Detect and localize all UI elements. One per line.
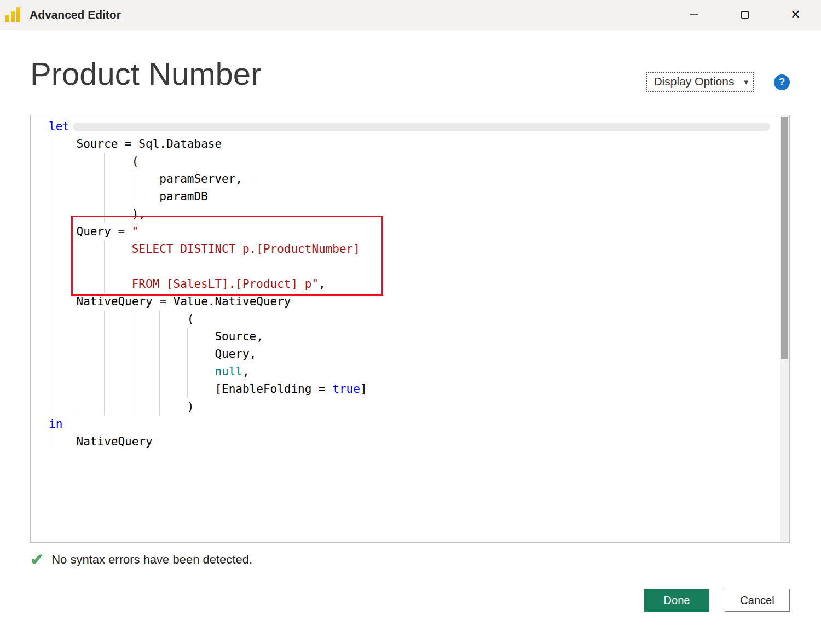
done-button[interactable]: Done xyxy=(644,589,709,612)
code-token: null xyxy=(215,363,242,380)
indent-guide xyxy=(77,170,105,188)
cancel-button[interactable]: Cancel xyxy=(725,589,790,612)
code-token: ] xyxy=(360,380,367,398)
indent-guide xyxy=(132,188,160,205)
indent-guide xyxy=(77,328,105,345)
indent-guide xyxy=(49,433,77,450)
code-token: ), xyxy=(132,205,146,223)
code-token: paramDB xyxy=(159,188,208,205)
indent-guide xyxy=(77,275,105,293)
logo-bar xyxy=(5,15,9,22)
indent-guide xyxy=(77,153,105,170)
code-line: [EnableFolding = true] xyxy=(49,380,774,398)
minimize-button[interactable] xyxy=(668,0,719,30)
chevron-down-icon: ▾ xyxy=(744,78,748,86)
code-line: NativeQuery xyxy=(49,433,774,450)
indent-guide xyxy=(159,345,187,363)
indent-guide xyxy=(77,398,105,415)
maximize-button[interactable] xyxy=(719,0,770,30)
minimize-icon xyxy=(690,14,698,15)
code-line: ), xyxy=(49,205,774,223)
code-token: true xyxy=(332,380,360,398)
indent-guide xyxy=(77,363,105,380)
indent-guide xyxy=(104,188,132,205)
close-button[interactable]: ✕ xyxy=(770,0,821,30)
indent-guide xyxy=(77,258,105,275)
indent-guide xyxy=(77,380,105,398)
indent-guide xyxy=(49,363,77,380)
indent-guide xyxy=(159,398,187,415)
code-line: Source = Sql.Database xyxy=(49,135,774,153)
indent-guide xyxy=(104,205,132,223)
code-line: in xyxy=(49,415,774,433)
code-line: ( xyxy=(49,310,774,328)
code-token: let xyxy=(49,118,70,135)
indent-guide xyxy=(104,153,132,170)
code-token: , xyxy=(319,275,326,293)
indent-guide xyxy=(49,398,77,415)
indent-guide xyxy=(132,170,160,188)
help-button[interactable]: ? xyxy=(774,74,790,90)
code-token: Query = xyxy=(77,223,132,240)
indent-guide xyxy=(187,345,215,363)
indent-guide xyxy=(49,135,77,153)
code-line: let xyxy=(49,118,774,135)
code-token: paramServer, xyxy=(159,170,242,188)
indent-guide xyxy=(132,380,160,398)
close-icon: ✕ xyxy=(790,9,800,21)
advanced-editor-dialog: Advanced Editor ✕ Product Number Display… xyxy=(0,0,821,612)
logo-bar xyxy=(11,11,15,22)
code-line: Query, xyxy=(49,345,774,363)
code-token: [EnableFolding = xyxy=(215,380,332,398)
indent-guide xyxy=(49,188,77,205)
code-line: paramDB xyxy=(49,188,774,205)
code-lines[interactable]: letSource = Sql.Database(paramServer,par… xyxy=(31,115,780,542)
indent-guide xyxy=(159,363,187,380)
indent-guide xyxy=(132,345,160,363)
indent-guide xyxy=(49,170,77,188)
indent-guide xyxy=(49,310,77,328)
code-token: NativeQuery = Value.NativeQuery xyxy=(77,293,291,310)
code-line: null, xyxy=(49,363,774,380)
indent-guide xyxy=(159,380,187,398)
header-actions: Display Options ▾ ? xyxy=(646,72,790,92)
indent-guide xyxy=(104,380,132,398)
indent-guide xyxy=(77,310,105,328)
code-line: Query = " xyxy=(49,223,774,240)
header-row: Product Number Display Options ▾ ? xyxy=(30,54,790,94)
indent-guide xyxy=(49,223,77,240)
indent-guide xyxy=(187,328,215,345)
indent-guide xyxy=(104,310,132,328)
display-options-label: Display Options xyxy=(654,75,734,88)
indent-guide xyxy=(159,328,187,345)
code-token: FROM [SalesLT].[Product] p" xyxy=(132,275,319,293)
indent-guide xyxy=(49,240,77,258)
code-editor[interactable]: letSource = Sql.Database(paramServer,par… xyxy=(30,115,790,543)
code-line xyxy=(49,258,774,275)
code-token: Source = Sql.Database xyxy=(77,135,222,153)
code-token: SELECT DISTINCT p.[ProductNumber] xyxy=(132,240,360,258)
window-controls: ✕ xyxy=(668,0,821,30)
indent-guide xyxy=(49,293,77,310)
indent-guide xyxy=(104,398,132,415)
indent-guide xyxy=(77,205,105,223)
display-options-dropdown[interactable]: Display Options ▾ xyxy=(646,72,754,92)
indent-guide xyxy=(49,380,77,398)
code-token: in xyxy=(49,415,62,433)
indent-guide xyxy=(159,310,187,328)
indent-guide xyxy=(49,205,77,223)
indent-guide xyxy=(104,170,132,188)
indent-guide xyxy=(132,363,160,380)
indent-guide xyxy=(77,240,105,258)
code-line: ( xyxy=(49,153,774,170)
logo-bar xyxy=(16,7,20,22)
indent-guide xyxy=(49,345,77,363)
indent-guide xyxy=(77,345,105,363)
indent-guide xyxy=(104,240,132,258)
vertical-scrollbar[interactable] xyxy=(780,115,789,542)
indent-guide xyxy=(49,153,77,170)
code-token: " xyxy=(132,223,139,240)
page-title: Product Number xyxy=(30,54,261,94)
indent-guide xyxy=(132,328,160,345)
scrollbar-thumb[interactable] xyxy=(781,117,788,359)
